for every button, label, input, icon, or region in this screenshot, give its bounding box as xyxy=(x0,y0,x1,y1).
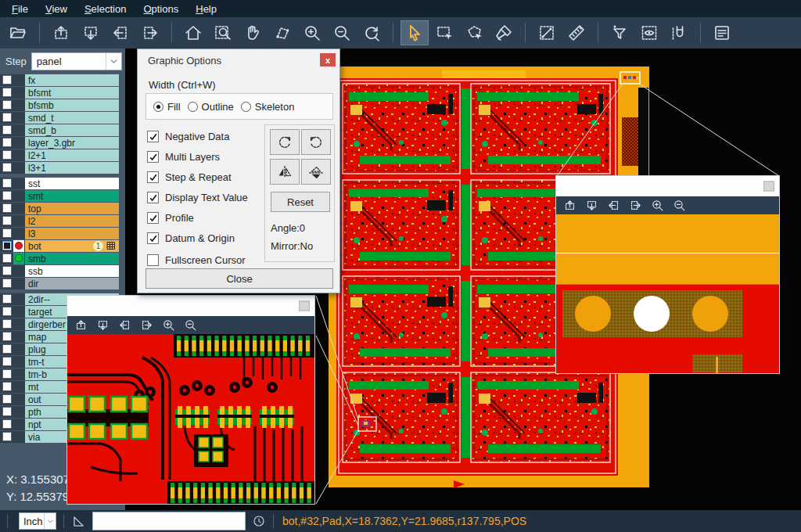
radio-fill[interactable]: Fill xyxy=(153,101,181,113)
layer-row-dir[interactable]: dir xyxy=(0,278,125,289)
layer-visibility-checkbox[interactable] xyxy=(2,407,12,416)
popup-pan-up-button[interactable] xyxy=(70,317,92,333)
green-active-layer-dot[interactable] xyxy=(13,253,24,264)
layer-row-l2[interactable]: l2 xyxy=(0,215,125,227)
layer-row-smb[interactable]: smb xyxy=(0,253,125,264)
layer-name-bar[interactable]: l2 xyxy=(25,215,119,227)
checkbox-display-text-value[interactable]: Display Text Value xyxy=(147,192,248,203)
zoom-previous-button[interactable] xyxy=(357,20,386,45)
close-button[interactable]: Close xyxy=(145,268,333,289)
layer-visibility-checkbox[interactable] xyxy=(2,279,12,288)
layer-visibility-checkbox[interactable] xyxy=(2,344,12,354)
red-active-layer-dot[interactable] xyxy=(13,240,24,252)
layer-visibility-checkbox[interactable] xyxy=(2,125,12,135)
layer-row-smd-t[interactable]: smd_t xyxy=(0,112,125,124)
layer-name-bar[interactable]: l3 xyxy=(25,228,119,239)
view-options-button[interactable] xyxy=(635,20,663,45)
clear-highlight-button[interactable] xyxy=(490,20,518,45)
pan-down-button[interactable] xyxy=(77,20,105,45)
snap-angle-icon[interactable] xyxy=(71,514,86,529)
layer-name-bar[interactable]: bot1 xyxy=(25,240,119,252)
open-file-button[interactable] xyxy=(4,20,32,45)
checkbox-fullscreen-cursor[interactable]: Fullscreen Cursor xyxy=(147,254,246,266)
popup-title-bar[interactable] xyxy=(556,176,779,196)
pan-right-button[interactable] xyxy=(136,20,164,45)
checkbox-profile[interactable]: Profile xyxy=(147,212,194,224)
layer-row-l2-1[interactable]: l2+1 xyxy=(0,149,125,161)
layer-visibility-checkbox[interactable] xyxy=(2,419,12,429)
layer-row-ssb[interactable]: ssb xyxy=(0,265,125,277)
layer-visibility-checkbox[interactable] xyxy=(2,88,12,97)
layer-visibility-checkbox[interactable] xyxy=(2,216,12,225)
layer-visibility-checkbox[interactable] xyxy=(2,319,12,329)
menu-selection[interactable]: Selection xyxy=(76,0,135,17)
layer-visibility-checkbox[interactable] xyxy=(2,432,12,441)
layer-row-fx[interactable]: fx xyxy=(0,74,125,86)
checkbox-datum-origin[interactable]: Datum & Origin xyxy=(147,232,235,244)
menu-help[interactable]: Help xyxy=(187,0,225,17)
layer-visibility-checkbox[interactable] xyxy=(2,382,12,391)
mirror-vertical-button[interactable] xyxy=(301,159,331,185)
radio-skeleton[interactable]: Skeleton xyxy=(241,101,295,113)
layer-name-bar[interactable]: fx xyxy=(25,74,119,86)
layer-name-bar[interactable]: smt xyxy=(25,190,119,202)
home-view-button[interactable] xyxy=(179,20,207,45)
layer-visibility-checkbox[interactable] xyxy=(2,241,12,250)
layer-name-bar[interactable]: smb xyxy=(25,253,119,264)
history-icon[interactable] xyxy=(252,514,266,528)
layer-visibility-checkbox[interactable] xyxy=(2,228,12,238)
select-button[interactable] xyxy=(400,20,429,45)
layer-row-sst[interactable]: sst xyxy=(0,178,125,189)
layer-visibility-checkbox[interactable] xyxy=(2,294,12,304)
step-select[interactable]: panel xyxy=(31,52,122,70)
popup-menu-button[interactable] xyxy=(299,301,310,311)
layer-name-bar[interactable]: bfsmt xyxy=(25,87,119,99)
popup-zoom-in-button[interactable] xyxy=(157,317,179,333)
popup-pan-down-button[interactable] xyxy=(580,197,602,214)
filter-button[interactable] xyxy=(605,20,634,45)
layer-row-top[interactable]: top xyxy=(0,203,125,214)
menu-options[interactable]: Options xyxy=(135,0,187,17)
rotate-cw-button[interactable] xyxy=(270,129,300,155)
layer-visibility-checkbox[interactable] xyxy=(2,357,12,366)
unit-select[interactable]: Inch xyxy=(19,512,56,530)
layer-name-bar[interactable]: smd_t xyxy=(25,112,119,124)
menu-view[interactable]: View xyxy=(37,0,76,17)
rotate-ccw-button[interactable] xyxy=(301,129,331,155)
select-rect-button[interactable] xyxy=(430,20,458,45)
menu-file[interactable]: File xyxy=(3,0,37,17)
layer-name-bar[interactable]: l3+1 xyxy=(25,162,119,174)
layer-name-bar[interactable]: bfsmb xyxy=(25,99,119,111)
layer-visibility-checkbox[interactable] xyxy=(2,266,12,275)
layer-name-bar[interactable]: l2+1 xyxy=(25,149,119,161)
layer-visibility-checkbox[interactable] xyxy=(2,394,12,404)
layer-visibility-checkbox[interactable] xyxy=(2,307,12,316)
popup-zoom-out-button[interactable] xyxy=(179,317,201,333)
checkbox-multi-layers[interactable]: Multi Layers xyxy=(147,151,220,163)
measure-button[interactable] xyxy=(533,20,561,45)
pan-hand-button[interactable] xyxy=(239,20,267,45)
layer-visibility-checkbox[interactable] xyxy=(2,191,12,200)
layer-name-bar[interactable]: sst xyxy=(25,178,119,189)
layer-name-bar[interactable]: top xyxy=(25,203,119,214)
zoom-window-button[interactable] xyxy=(209,20,237,45)
select-polygon-button[interactable] xyxy=(460,20,488,45)
reset-button[interactable]: Reset xyxy=(271,192,330,212)
layer-visibility-checkbox[interactable] xyxy=(2,178,12,188)
command-input[interactable] xyxy=(92,512,246,530)
layer-visibility-checkbox[interactable] xyxy=(2,163,12,172)
popup-pan-left-button[interactable] xyxy=(113,317,135,333)
layer-visibility-checkbox[interactable] xyxy=(2,253,12,263)
layer-name-bar[interactable]: dir xyxy=(25,278,119,289)
zoom-in-button[interactable] xyxy=(298,20,326,45)
radio-outline[interactable]: Outline xyxy=(188,101,234,113)
layer-name-bar[interactable]: layer_3.gbr xyxy=(25,137,119,149)
layer-visibility-checkbox[interactable] xyxy=(2,113,12,122)
layer-visibility-checkbox[interactable] xyxy=(2,75,12,84)
checkbox-negative-data[interactable]: Negative Data xyxy=(147,131,229,142)
snap-button[interactable] xyxy=(665,20,693,45)
popup-pan-right-button[interactable] xyxy=(135,317,157,333)
layer-row-l3-1[interactable]: l3+1 xyxy=(0,162,125,174)
layer-row-layer-3-gbr[interactable]: layer_3.gbr xyxy=(0,137,125,149)
layer-row-bfsmt[interactable]: bfsmt xyxy=(0,87,125,99)
